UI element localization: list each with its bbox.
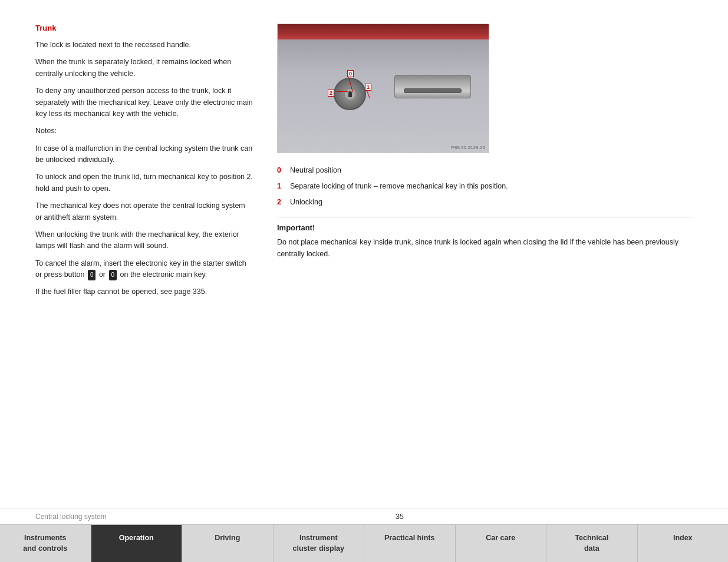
para-5: To unlock and open the trunk lid, turn m… [35, 171, 253, 194]
para-3: To deny any unauthorized person access t… [35, 85, 253, 120]
handle-recess [394, 75, 471, 98]
tab-index[interactable]: Index [638, 525, 729, 562]
item-2-text: Unlocking [290, 197, 322, 208]
or-text: or [99, 270, 108, 279]
tab-operation[interactable]: Operation [91, 525, 183, 562]
lock-label-0: 0 [347, 70, 354, 77]
right-column: 0 1 2 P88.50-2129-26 [277, 24, 693, 496]
para-1: The lock is located next to the recessed… [35, 39, 253, 51]
lock-label-1: 1 [365, 84, 371, 91]
section-label: Central locking system [35, 513, 107, 521]
photo-reference: P88.50-2129-26 [452, 145, 485, 150]
notes-label: Notes: [35, 125, 253, 137]
key-button-1: 0 [88, 270, 96, 280]
para-7: When unlocking the trunk with the mechan… [35, 229, 253, 252]
tab-instrument-cluster-display[interactable]: Instrumentcluster display [274, 525, 365, 562]
tab-technical-data[interactable]: Technicaldata [546, 525, 638, 562]
important-heading: Important! [277, 223, 693, 232]
para-9: If the fuel filler flap cannot be opened… [35, 286, 253, 297]
car-body: 0 1 2 [278, 39, 489, 153]
trunk-image: 0 1 2 P88.50-2129-26 [277, 24, 489, 153]
trunk-handle-area [394, 75, 477, 116]
handle-bar [404, 88, 462, 93]
nav-tabs: Instrumentsand controls Operation Drivin… [0, 524, 728, 562]
para-8: To cancel the alarm, insert the electron… [35, 258, 253, 281]
lock-label-2: 2 [328, 90, 334, 97]
item-0-text: Neutral position [290, 165, 341, 176]
tab-driving[interactable]: Driving [182, 525, 274, 562]
para-6: The mechanical key does not operate the … [35, 200, 253, 223]
para-4: In case of a malfunction in the central … [35, 143, 253, 166]
on-key-text: on the electronic main key. [120, 270, 207, 279]
tab-car-care[interactable]: Car care [456, 525, 547, 562]
para-2: When the trunk is separately locked, it … [35, 57, 253, 80]
list-item-1: 1 Separate locking of trunk – remove mec… [277, 181, 693, 192]
position-list: 0 Neutral position 1 Separate locking of… [277, 165, 693, 207]
keyhole [348, 91, 352, 97]
important-text: Do not place mechanical key inside trunk… [277, 237, 693, 260]
trunk-lock-area: 0 1 2 [325, 69, 384, 128]
left-column: Trunk The lock is located next to the re… [35, 24, 253, 496]
num-1: 1 [277, 181, 285, 192]
item-1-text: Separate locking of trunk – remove mecha… [290, 181, 508, 192]
num-0: 0 [277, 165, 285, 176]
section-title: Trunk [35, 24, 253, 32]
page-footer: Central locking system 35 [0, 508, 728, 524]
line-2 [337, 91, 348, 92]
key-button-2: 0 [109, 270, 117, 280]
list-item-0: 0 Neutral position [277, 165, 693, 176]
content-area: Trunk The lock is located next to the re… [0, 0, 728, 508]
list-item-2: 2 Unlocking [277, 197, 693, 208]
car-roof-stripe [278, 24, 489, 39]
tab-instruments-and-controls[interactable]: Instrumentsand controls [0, 525, 91, 562]
page-wrapper: Trunk The lock is located next to the re… [0, 0, 728, 562]
num-2: 2 [277, 197, 285, 208]
page-number: 35 [107, 512, 693, 521]
tab-practical-hints[interactable]: Practical hints [364, 525, 456, 562]
separator [277, 217, 693, 217]
trunk-image-inner: 0 1 2 P88.50-2129-26 [278, 24, 489, 153]
lock-inner [344, 88, 356, 100]
